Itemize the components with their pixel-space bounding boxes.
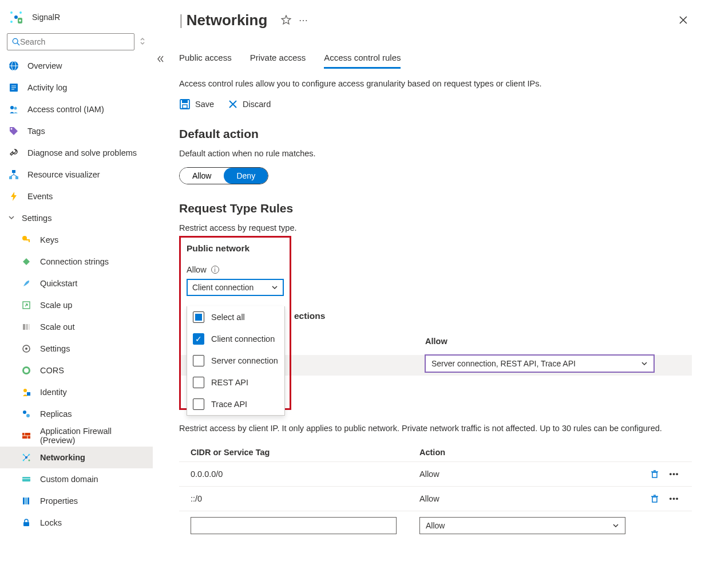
dropdown-option-client-connection[interactable]: Client connection — [187, 328, 284, 350]
sidebar-item-replicas[interactable]: Replicas — [0, 403, 153, 425]
tag-icon — [8, 125, 19, 137]
identity-icon — [21, 386, 32, 398]
sidebar-item-quickstart[interactable]: Quickstart — [0, 273, 153, 294]
tab-bar: Public access Private access Access cont… — [179, 53, 692, 69]
info-icon[interactable]: i — [211, 266, 219, 274]
svg-point-14 — [10, 106, 14, 109]
sidebar-item-properties[interactable]: Properties — [0, 490, 153, 512]
chevron-down-icon — [271, 284, 278, 291]
collapse-sidebar-button[interactable] — [153, 0, 168, 588]
checkbox-unchecked[interactable] — [193, 355, 204, 366]
combo-value: Client connection — [192, 283, 254, 292]
svg-rect-29 — [29, 324, 30, 330]
sidebar-item-label: Scale up — [40, 301, 72, 310]
ip-rule-row: 0.0.0.0/0 Allow ••• — [179, 461, 692, 486]
sidebar-item-visualizer[interactable]: Resource visualizer — [0, 164, 153, 186]
svg-rect-51 — [23, 498, 25, 504]
search-input[interactable] — [20, 37, 129, 46]
svg-point-45 — [29, 460, 30, 461]
tab-private-access[interactable]: Private access — [250, 53, 306, 69]
checkbox-unchecked[interactable] — [193, 377, 204, 388]
dropdown-option-rest-api[interactable]: REST API — [187, 372, 284, 393]
sidebar-item-overview[interactable]: Overview — [0, 55, 153, 77]
tab-access-control-rules[interactable]: Access control rules — [324, 53, 401, 69]
expand-collapse-icon[interactable] — [139, 37, 146, 48]
tab-label: Access control rules — [324, 53, 401, 62]
properties-icon — [21, 495, 32, 507]
dropdown-option-select-all[interactable]: Select all — [187, 306, 284, 328]
ip-rule-row: ::/0 Allow ••• — [179, 486, 692, 511]
page-title: Networking — [187, 11, 268, 29]
button-label: Save — [195, 100, 214, 109]
network-icon — [21, 452, 32, 463]
favorite-button[interactable] — [278, 11, 295, 29]
sidebar-item-label: Locks — [40, 518, 62, 527]
sidebar-item-settings[interactable]: Settings — [0, 338, 153, 360]
save-button[interactable]: Save — [179, 98, 214, 110]
wrench-icon — [8, 147, 19, 159]
toggle-option-deny[interactable]: Deny — [224, 168, 268, 184]
row-more-button[interactable]: ••• — [668, 468, 680, 480]
ip-rule-new-row: Allow — [179, 511, 692, 540]
key-icon — [21, 234, 32, 246]
new-cidr-input[interactable] — [191, 517, 397, 534]
main-panel: | Networking ⋯ Public access Private acc… — [168, 0, 709, 588]
sidebar-item-tags[interactable]: Tags — [0, 120, 153, 142]
svg-rect-24 — [26, 239, 30, 240]
allow-combobox[interactable]: Client connection — [187, 279, 284, 296]
row-more-button[interactable]: ••• — [668, 492, 680, 505]
sidebar-group-settings[interactable]: Settings — [0, 207, 153, 229]
svg-point-5 — [13, 38, 18, 44]
svg-line-46 — [23, 455, 26, 457]
ellipsis-icon: ⋯ — [299, 15, 308, 26]
dropdown-option-trace-api[interactable]: Trace API — [187, 393, 284, 415]
sidebar-item-diagnose[interactable]: Diagnose and solve problems — [0, 142, 153, 164]
chevron-down-icon — [612, 522, 619, 529]
save-icon — [179, 98, 191, 110]
private-allow-select[interactable]: Server connection, REST API, Trace API — [425, 355, 654, 372]
tab-label: Public access — [179, 53, 232, 62]
new-action-select[interactable]: Allow — [419, 517, 625, 534]
sidebar-item-connstr[interactable]: Connection strings — [0, 251, 153, 273]
toggle-option-allow[interactable]: Allow — [180, 168, 224, 184]
scaleup-icon — [21, 299, 32, 311]
delete-rule-button[interactable] — [648, 468, 661, 480]
command-bar: Save Discard — [179, 98, 692, 110]
default-action-desc: Default action when no rule matches. — [179, 149, 692, 158]
sidebar-item-label: CORS — [40, 366, 64, 375]
svg-line-6 — [17, 43, 19, 45]
checkbox-unchecked[interactable] — [193, 398, 204, 410]
sidebar-item-custom-domain[interactable]: Custom domain — [0, 468, 153, 490]
dropdown-option-server-connection[interactable]: Server connection — [187, 350, 284, 372]
svg-point-1 — [10, 11, 13, 14]
delete-rule-button[interactable] — [648, 492, 661, 505]
sidebar-item-networking[interactable]: Networking — [0, 447, 153, 468]
sidebar-item-keys[interactable]: Keys — [0, 229, 153, 251]
sidebar-item-scaleup[interactable]: Scale up — [0, 294, 153, 316]
sidebar-item-events[interactable]: Events — [0, 186, 153, 207]
firewall-icon — [21, 430, 32, 441]
chevron-down-icon — [8, 214, 16, 223]
sidebar-item-identity[interactable]: Identity — [0, 381, 153, 403]
close-button[interactable] — [675, 11, 692, 29]
sidebar-item-scaleout[interactable]: Scale out — [0, 316, 153, 338]
default-action-heading: Default action — [179, 127, 692, 141]
sidebar-item-locks[interactable]: Locks — [0, 512, 153, 534]
public-network-highlight: Public network Allow i Client connection — [179, 236, 291, 410]
select-value: Allow — [426, 521, 445, 530]
tab-public-access[interactable]: Public access — [179, 53, 232, 69]
sidebar-item-cors[interactable]: CORS — [0, 360, 153, 381]
col-cidr-header: CIDR or Service Tag — [179, 443, 408, 462]
svg-line-22 — [14, 175, 17, 176]
default-action-toggle: Allow Deny — [179, 167, 268, 184]
discard-button[interactable]: Discard — [228, 98, 271, 110]
more-button[interactable]: ⋯ — [295, 11, 312, 29]
checkbox-checked[interactable] — [193, 333, 204, 345]
checkbox-indeterminate[interactable] — [193, 311, 204, 323]
sidebar-item-activity-log[interactable]: Activity log — [0, 77, 153, 98]
page-header: | Networking ⋯ — [179, 0, 709, 37]
conn-icon — [21, 256, 32, 267]
sidebar-item-firewall[interactable]: Application Firewall (Preview) — [0, 425, 153, 447]
sidebar-item-iam[interactable]: Access control (IAM) — [0, 98, 153, 120]
sidebar-search[interactable] — [7, 33, 134, 50]
